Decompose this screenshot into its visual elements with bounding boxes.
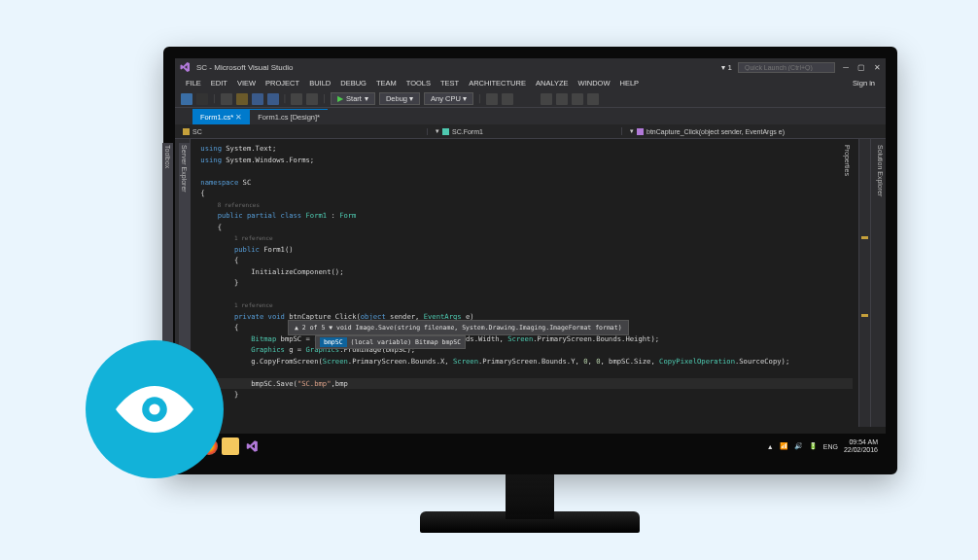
code-editor[interactable]: using System.Text; using System.Windows.…	[191, 139, 858, 427]
language-indicator[interactable]: ENG	[823, 443, 838, 450]
windows-taskbar: ▲ 📶 🔊 🔋 ENG 09:54 AM 22/02/2016	[175, 434, 886, 459]
vs-logo-icon	[179, 61, 191, 73]
class-icon	[442, 128, 449, 135]
toolbar-misc-6-icon[interactable]	[587, 93, 599, 105]
menu-view[interactable]: VIEW	[232, 79, 261, 88]
vertical-scrollbar[interactable]	[858, 139, 870, 427]
menu-analyze[interactable]: ANALYZE	[531, 79, 574, 88]
monitor-frame: SC - Microsoft Visual Studio ▾ 1 ─ ▢ ✕ F…	[163, 47, 897, 474]
signature-help-tooltip: ▲ 2 of 5 ▼ void Image.Save(string filena…	[288, 320, 629, 335]
toolbar-misc-5-icon[interactable]	[572, 93, 583, 105]
notifications-badge[interactable]: ▾ 1	[721, 63, 732, 72]
scroll-marker	[861, 314, 868, 317]
nav-back-icon[interactable]	[181, 93, 192, 105]
toolbar-misc-2-icon[interactable]	[502, 93, 513, 105]
nav-class-dropdown[interactable]: ▾ SC.Form1	[428, 127, 622, 135]
volume-icon[interactable]: 🔊	[794, 442, 803, 450]
toolbar-misc-3-icon[interactable]	[541, 93, 552, 105]
toolbar-misc-1-icon[interactable]	[486, 93, 498, 105]
nav-project-dropdown[interactable]: SC	[175, 128, 428, 135]
undo-icon[interactable]	[291, 93, 302, 105]
quick-launch-input[interactable]	[738, 62, 835, 73]
toolbar: │ │ │ ▶ Start ▾ Debug ▾ Any CPU ▾ │	[175, 90, 886, 108]
redo-icon[interactable]	[306, 93, 318, 105]
clock[interactable]: 09:54 AM 22/02/2016	[844, 438, 882, 453]
menu-help[interactable]: HELP	[615, 79, 645, 88]
play-icon: ▶	[337, 94, 343, 103]
menu-tools[interactable]: TOOLS	[402, 79, 436, 88]
new-icon[interactable]	[221, 93, 232, 105]
menu-file[interactable]: FILE	[181, 79, 206, 88]
config-dropdown[interactable]: Debug ▾	[379, 92, 420, 105]
intellisense-item[interactable]: bmpSC	[320, 337, 347, 347]
window-title: SC - Microsoft Visual Studio	[196, 63, 293, 72]
vs-taskbar-icon[interactable]	[243, 438, 261, 455]
save-all-icon[interactable]	[267, 93, 279, 105]
scroll-marker	[861, 236, 868, 239]
menu-test[interactable]: TEST	[436, 79, 464, 88]
menu-build[interactable]: BUILD	[304, 79, 335, 88]
menu-edit[interactable]: EDIT	[206, 79, 232, 88]
menu-team[interactable]: TEAM	[371, 79, 402, 88]
tab-form1-cs[interactable]: Form1.cs* ✕	[192, 109, 250, 124]
minimize-button[interactable]: ─	[841, 63, 851, 72]
editor-area: Server Explorer Toolbox using System.Tex…	[175, 139, 886, 427]
menu-architecture[interactable]: ARCHITECTURE	[464, 79, 531, 88]
document-tabs: Form1.cs* ✕ Form1.cs [Design]*	[175, 108, 886, 124]
toolbar-misc-4-icon[interactable]	[556, 93, 568, 105]
open-icon[interactable]	[236, 93, 248, 105]
menu-debug[interactable]: DEBUG	[335, 79, 371, 88]
battery-icon[interactable]: 🔋	[809, 442, 818, 450]
platform-dropdown[interactable]: Any CPU ▾	[424, 92, 473, 105]
intellisense-hint: (local variable) Bitmap bmpSC	[351, 337, 462, 347]
nav-method-dropdown[interactable]: ▾ btnCapture_Click(object sender, EventA…	[622, 127, 886, 135]
menu-project[interactable]: PROJECT	[261, 79, 304, 88]
eye-badge-icon	[86, 340, 224, 478]
tab-form1-design[interactable]: Form1.cs [Design]*	[250, 109, 328, 124]
csharp-project-icon	[183, 128, 190, 135]
file-explorer-icon[interactable]	[222, 438, 239, 455]
save-icon[interactable]	[252, 93, 263, 105]
tray-arrow-icon[interactable]: ▲	[767, 443, 774, 450]
network-icon[interactable]: 📶	[780, 442, 788, 450]
screen: SC - Microsoft Visual Studio ▾ 1 ─ ▢ ✕ F…	[175, 58, 886, 459]
window-titlebar: SC - Microsoft Visual Studio ▾ 1 ─ ▢ ✕	[175, 58, 886, 76]
maximize-button[interactable]: ▢	[856, 63, 866, 72]
solution-explorer-tab[interactable]: Solution Explorer	[875, 143, 886, 427]
code-nav-bar: SC ▾ SC.Form1 ▾ btnCapture_Click(object …	[175, 124, 886, 139]
menubar: FILE EDIT VIEW PROJECT BUILD DEBUG TEAM …	[175, 76, 886, 90]
signin-link[interactable]: Sign in	[848, 79, 880, 88]
start-debug-button[interactable]: ▶ Start ▾	[331, 92, 375, 105]
svg-point-5	[149, 403, 159, 414]
intellisense-popup[interactable]: bmpSC (local variable) Bitmap bmpSC	[315, 335, 466, 349]
right-side-tabs: Solution Explorer Class View Properties	[870, 139, 886, 427]
method-icon	[637, 128, 644, 135]
menu-window[interactable]: WINDOW	[574, 79, 615, 88]
close-button[interactable]: ✕	[872, 63, 882, 72]
monitor-stand-neck	[506, 472, 554, 519]
nav-fwd-icon[interactable]	[196, 93, 208, 105]
